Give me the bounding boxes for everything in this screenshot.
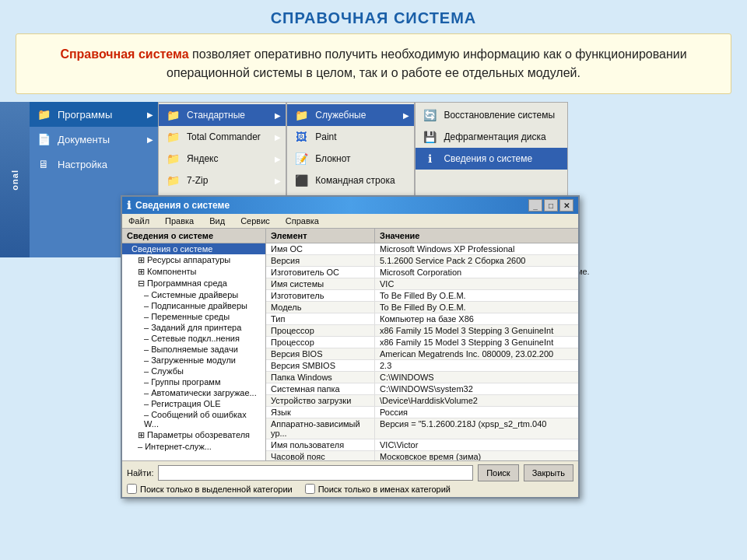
menu-item-documents[interactable]: 📄 Документы ▶ [30, 127, 158, 152]
checkbox-names[interactable]: Поиск только в именах категорий [305, 484, 451, 494]
7zip-label: 7-Zip [187, 175, 208, 186]
menu-item-sysinfo[interactable]: ℹ Сведения о системе [416, 148, 567, 170]
menu-item-settings[interactable]: 🖥 Настройка [30, 152, 158, 177]
defrag-label: Дефрагментация диска [444, 131, 545, 142]
tree-item-components[interactable]: ⊞ Компоненты [122, 266, 265, 278]
checkbox-names-input[interactable] [305, 484, 315, 494]
tree-item-progenv[interactable]: ⊟ Программная среда [122, 278, 265, 289]
window-content: Сведения о системе Сведения о системе ⊞ … [122, 229, 578, 460]
description-highlight: Справочная система [60, 47, 188, 61]
sidebar-strip: onal [0, 102, 30, 257]
maximize-button[interactable]: □ [544, 199, 558, 212]
table-row: Язык Россия [266, 407, 578, 418]
yandex-icon: 📁 [165, 151, 181, 166]
notepad-icon: 📝 [293, 151, 309, 166]
menu-item-cmd[interactable]: ⬛ Командная строка [287, 170, 414, 191]
menu-item-defrag[interactable]: 💾 Дефрагментация диска [416, 126, 567, 148]
checkbox-category-label: Поиск только в выделенной категории [140, 485, 293, 494]
yandex-label: Яндекс [187, 153, 218, 164]
standard-arrow: ▶ [275, 111, 281, 120]
7zip-arrow: ▶ [275, 177, 281, 185]
documents-arrow: ▶ [147, 135, 153, 144]
table-row: Версия 5.1.2600 Service Pack 2 Сборка 26… [266, 255, 578, 267]
menu-item-service[interactable]: 📁 Служебные ▶ [287, 104, 414, 126]
description-text: позволяет оперативно получить необходиму… [167, 47, 687, 79]
sysrestore-label: Восстановление системы [444, 110, 555, 121]
sysrestore-icon: 🔄 [422, 107, 437, 123]
checkbox-names-label: Поиск только в именах категорий [318, 485, 451, 494]
close-button[interactable]: ✕ [559, 199, 573, 212]
data-table-header: Элемент Значение [266, 229, 578, 243]
menu-item-7zip[interactable]: 📁 7-Zip ▶ [159, 170, 286, 191]
table-row: Часовой пояс Московское время (зима) [266, 451, 578, 460]
table-row: Папка Windows C:\WINDOWS [266, 372, 578, 383]
settings-icon: 🖥 [36, 156, 51, 172]
tree-item-autoload[interactable]: – Автоматически загружае... [122, 387, 265, 398]
menu-file[interactable]: Файл [125, 215, 153, 226]
totalcmd-label: Total Commander [187, 131, 261, 142]
table-row: Модель To Be Filled By O.E.M. [266, 302, 578, 313]
search-input[interactable] [158, 465, 473, 481]
tree-header: Сведения о системе [122, 229, 265, 243]
sysinfo-label: Сведения о системе [444, 153, 532, 164]
tree-panel: Сведения о системе Сведения о системе ⊞ … [122, 229, 266, 460]
header-value: Значение [375, 229, 578, 243]
menu-item-totalcmd[interactable]: 📁 Total Commander ▶ [159, 126, 286, 148]
menu-help[interactable]: Справка [282, 215, 322, 226]
sidebar-text: onal [10, 170, 19, 191]
tree-item-printjobs[interactable]: – Заданий для принтера [122, 322, 265, 333]
tree-item-errmsg[interactable]: – Сообщений об ошибках W... [122, 409, 265, 429]
tree-item-netconn[interactable]: – Сетевые подкл..нения [122, 333, 265, 344]
settings-label: Настройка [58, 159, 107, 170]
tree-item-sysdrivers[interactable]: – Системные драйверы [122, 289, 265, 300]
window-title-icon: ℹ [127, 199, 131, 212]
menu-item-notepad[interactable]: 📝 Блокнот [287, 148, 414, 170]
menu-item-standard[interactable]: 📁 Стандартные ▶ [159, 104, 286, 126]
tree-item-modules[interactable]: – Загруженные модули [122, 355, 265, 366]
tree-item-hardware[interactable]: ⊞ Ресурсы аппаратуры [122, 254, 265, 266]
totalcmd-icon: 📁 [165, 129, 181, 145]
search-row: Найти: Поиск Закрыть [127, 464, 573, 481]
tree-item-oleregistration[interactable]: – Регистрация OLE [122, 398, 265, 409]
window-title: Сведения о системе [135, 200, 230, 211]
documents-icon: 📄 [36, 131, 51, 147]
tree-item-sysinfo[interactable]: Сведения о системе [122, 243, 265, 254]
table-row: Процессор x86 Family 15 Model 3 Stepping… [266, 325, 578, 337]
header-element: Элемент [266, 229, 375, 243]
main-content: onal 📁 Программы ▶ 📄 Документы ▶ 🖥 Настр… [0, 102, 747, 483]
menu-item-yandex[interactable]: 📁 Яндекс ▶ [159, 148, 286, 170]
service-arrow: ▶ [403, 111, 409, 120]
tree-item-signdrivers[interactable]: – Подписанные драйверы [122, 300, 265, 311]
tree-item-services[interactable]: – Службы [122, 366, 265, 376]
table-row: Изготовитель ОС Microsoft Corporation [266, 267, 578, 278]
menu-edit[interactable]: Правка [162, 215, 197, 226]
menu-item-programs[interactable]: 📁 Программы ▶ [30, 102, 158, 127]
table-row: Версия BIOS American Megatrends Inc. 080… [266, 348, 578, 360]
tree-item-tasks[interactable]: – Выполняемые задачи [122, 344, 265, 355]
tree-item-browser-params[interactable]: ⊞ Параметры обозревателя [122, 429, 265, 441]
table-row: Устройство загрузки \Device\HarddiskVolu… [266, 395, 578, 407]
description-box: Справочная система позволяет оперативно … [16, 33, 731, 94]
close-button-bottom[interactable]: Закрыть [524, 464, 573, 481]
menu-item-paint[interactable]: 🖼 Paint [287, 126, 414, 148]
minimize-button[interactable]: _ [528, 199, 542, 212]
page-title: СПРАВОЧНАЯ СИСТЕМА [271, 9, 477, 26]
checkbox-category-input[interactable] [127, 484, 137, 494]
service-label: Служебные [315, 110, 366, 121]
tree-item-proggroups[interactable]: – Группы программ [122, 376, 265, 387]
window-menubar: Файл Правка Вид Сервис Справка [122, 214, 578, 229]
table-row: Аппаратно-зависимый ур... Версия = "5.1.… [266, 418, 578, 439]
menu-service[interactable]: Сервис [237, 215, 273, 226]
menu-view[interactable]: Вид [206, 215, 228, 226]
tree-item-inetrnet[interactable]: – Интернет-служ... [122, 441, 265, 452]
search-button[interactable]: Поиск [478, 464, 518, 481]
table-row: Имя системы VIC [266, 278, 578, 290]
cmd-icon: ⬛ [293, 173, 309, 188]
tree-item-envvars[interactable]: – Переменные среды [122, 311, 265, 322]
standard-label: Стандартные [187, 110, 245, 121]
menu-item-sysrestore[interactable]: 🔄 Восстановление системы [416, 104, 567, 126]
window-titlebar: ℹ Сведения о системе _ □ ✕ [122, 197, 578, 214]
checkbox-category[interactable]: Поиск только в выделенной категории [127, 484, 293, 494]
table-row: Процессор x86 Family 15 Model 3 Stepping… [266, 337, 578, 348]
search-label: Найти: [127, 468, 153, 478]
